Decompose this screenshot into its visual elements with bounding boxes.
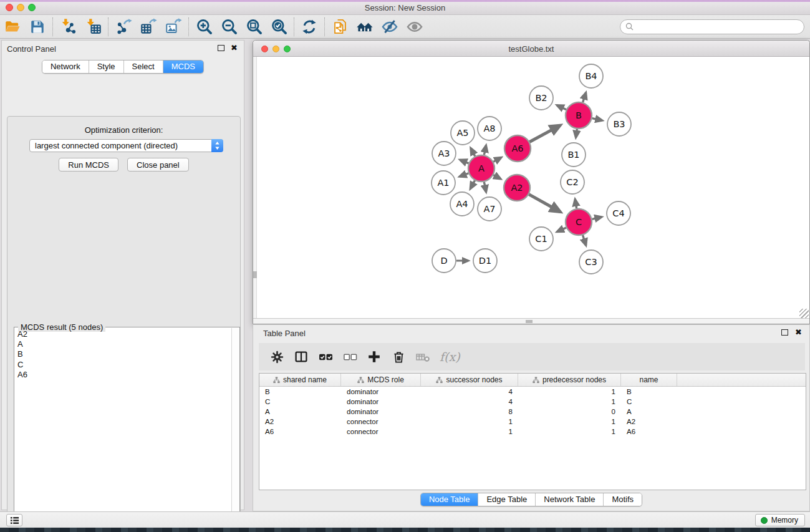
deselect-all-icon[interactable]	[342, 349, 357, 364]
edge-C-C4[interactable]	[592, 217, 601, 219]
zoom-selected-icon[interactable]	[266, 17, 291, 37]
edge-A-A8[interactable]	[484, 145, 486, 155]
mcds-result-item[interactable]: A6	[17, 370, 231, 380]
delete-column-icon[interactable]	[391, 349, 406, 364]
network-canvas-svg[interactable]: B4B2BB3B1A5A8A3A6AA1A2A4A7C2C4CC1C3DD1	[253, 57, 809, 318]
apply-layout-icon[interactable]	[297, 17, 322, 37]
network-window-title: testGlobe.txt	[253, 44, 809, 54]
table-cell: 1	[518, 418, 621, 425]
search-input[interactable]	[635, 21, 804, 32]
edge-C-C1[interactable]	[557, 228, 566, 232]
select-all-icon[interactable]	[318, 349, 333, 364]
delete-table-icon[interactable]	[415, 349, 430, 364]
table-cell: B	[621, 388, 677, 395]
table-row[interactable]: A2connector11A2	[259, 417, 806, 427]
import-table-icon[interactable]	[80, 17, 105, 37]
edge-A6-B[interactable]	[529, 125, 560, 142]
desktop-edge-strip	[0, 0, 810, 2]
table-row[interactable]: Cdominator41C	[259, 397, 806, 407]
table-panel: Table Panel ✖ f(x) shared nameMCDS roles…	[253, 324, 810, 511]
close-icon[interactable]: ✖	[231, 43, 238, 53]
tab-select[interactable]: Select	[124, 60, 163, 73]
main-toolbar	[0, 15, 810, 39]
node-table-header: shared nameMCDS rolesuccessor nodesprede…	[259, 374, 806, 387]
edge-A-A6[interactable]	[493, 157, 501, 162]
hide-details-icon[interactable]	[377, 17, 402, 37]
open-file-icon[interactable]	[0, 17, 25, 37]
show-details-eye-icon[interactable]	[402, 17, 427, 37]
add-column-icon[interactable]	[367, 349, 382, 364]
zoom-in-icon[interactable]	[191, 17, 216, 37]
edge-A-A3[interactable]	[460, 160, 469, 163]
divider-thumb[interactable]	[526, 320, 533, 323]
home-icon[interactable]	[352, 17, 377, 37]
column-header-shared-name[interactable]: shared name	[259, 374, 341, 386]
table-cell: 4	[421, 398, 518, 405]
criterion-dropdown-value: largest connected component (directed)	[30, 141, 211, 150]
mcds-result-item[interactable]: B	[17, 349, 231, 359]
edge-A-A7[interactable]	[484, 182, 486, 192]
save-session-icon[interactable]	[25, 17, 50, 37]
column-header-predecessor-nodes[interactable]: predecessor nodes	[518, 374, 621, 386]
edge-C-C3[interactable]	[583, 235, 586, 245]
task-history-button[interactable]	[6, 514, 22, 526]
node-label-C4: C4	[612, 208, 624, 218]
run-mcds-button[interactable]: Run MCDS	[59, 158, 118, 172]
edge-C-C2[interactable]	[575, 200, 576, 209]
mcds-result-list[interactable]: A2ABCA6	[15, 328, 231, 532]
network-bottom-divider[interactable]	[253, 318, 809, 324]
tab-node-table[interactable]: Node Table	[421, 493, 479, 506]
mcds-result-item[interactable]: C	[17, 360, 231, 370]
table-row[interactable]: Bdominator41B	[259, 387, 806, 397]
table-cell: dominator	[341, 398, 421, 405]
table-cell: 8	[421, 408, 518, 415]
close-panel-button[interactable]: Close panel	[127, 158, 189, 172]
table-row[interactable]: Adominator80A	[259, 407, 806, 417]
divider-thumb[interactable]	[253, 271, 257, 278]
mcds-result-item[interactable]: A	[17, 339, 231, 349]
edge-B-B1[interactable]	[576, 129, 577, 138]
tab-style[interactable]: Style	[89, 60, 124, 73]
column-header-filler	[677, 374, 806, 386]
network-file-icon[interactable]	[327, 17, 352, 37]
edge-A-A5[interactable]	[471, 148, 475, 157]
table-cell: A2	[621, 418, 677, 425]
node-label-B1: B1	[567, 150, 579, 160]
network-left-divider[interactable]	[253, 57, 257, 318]
tab-motifs[interactable]: Motifs	[604, 493, 642, 506]
edge-B-B4[interactable]	[583, 93, 586, 102]
zoom-out-icon[interactable]	[216, 17, 241, 37]
import-network-icon[interactable]	[55, 17, 80, 37]
edge-A2-C[interactable]	[529, 195, 560, 212]
zoom-fit-icon[interactable]	[241, 17, 266, 37]
edge-A-A4[interactable]	[470, 180, 475, 188]
column-header-name[interactable]: name	[621, 374, 677, 386]
criterion-dropdown[interactable]: largest connected component (directed)	[29, 139, 223, 152]
export-image-icon[interactable]	[161, 17, 186, 37]
column-view-icon[interactable]	[294, 349, 309, 364]
column-header-successor-nodes[interactable]: successor nodes	[421, 374, 518, 386]
gear-icon[interactable]	[269, 349, 284, 364]
resize-grip-icon[interactable]	[799, 309, 809, 318]
search-box[interactable]	[620, 19, 804, 34]
mcds-result-scrollbar[interactable]	[231, 328, 239, 532]
tab-mcds[interactable]: MCDS	[163, 60, 203, 73]
table-row[interactable]: A6connector11A6	[259, 427, 806, 437]
function-builder-icon[interactable]: f(x)	[440, 350, 460, 364]
column-header-MCDS-role[interactable]: MCDS role	[341, 374, 421, 386]
close-icon[interactable]: ✖	[795, 327, 802, 337]
memory-button[interactable]: Memory	[755, 514, 805, 526]
float-icon[interactable]	[218, 45, 224, 51]
tab-edge-table[interactable]: Edge Table	[478, 493, 536, 506]
edge-A-A2[interactable]	[493, 175, 500, 179]
edge-A-A1[interactable]	[460, 173, 468, 177]
node-label-A2: A2	[511, 183, 523, 193]
edge-B-B3[interactable]	[592, 118, 602, 121]
export-table-icon[interactable]	[136, 17, 161, 37]
edge-B-B2[interactable]	[557, 105, 566, 110]
tab-network-table[interactable]: Network Table	[536, 493, 604, 506]
mcds-result-item[interactable]: A2	[17, 329, 231, 339]
export-network-icon[interactable]	[111, 17, 136, 37]
tab-network[interactable]: Network	[42, 60, 89, 73]
float-icon[interactable]	[781, 329, 788, 336]
